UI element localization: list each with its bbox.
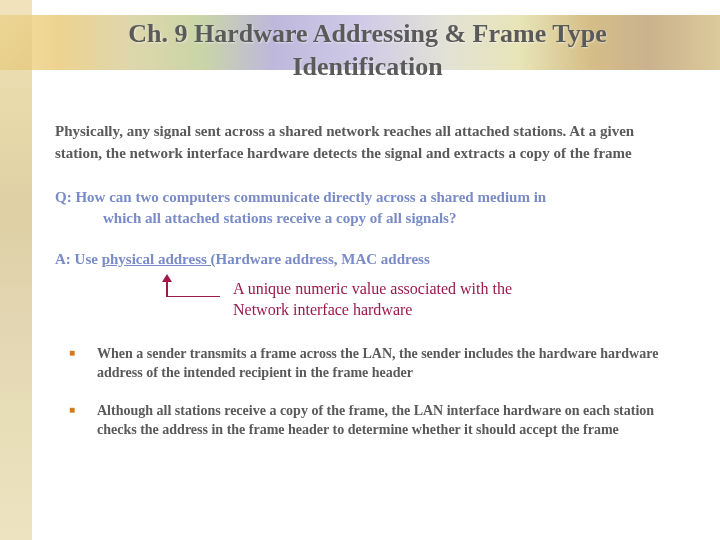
bullet-item: Although all stations receive a copy of … xyxy=(55,401,680,440)
question-line2: which all attached stations receive a co… xyxy=(55,208,680,229)
arrow-icon xyxy=(155,274,220,298)
annotation-block: A unique numeric value associated with t… xyxy=(55,272,680,322)
answer-suffix: Hardware address, MAC address xyxy=(216,251,430,267)
bullet-list: When a sender transmits a frame across t… xyxy=(55,344,680,440)
question-text: Q: How can two computers communicate dir… xyxy=(55,187,680,229)
slide-title: Ch. 9 Hardware Addressing & Frame Type I… xyxy=(55,18,680,83)
intro-paragraph: Physically, any signal sent across a sha… xyxy=(55,121,680,165)
answer-prefix: A: Use xyxy=(55,251,102,267)
question-line1: Q: How can two computers communicate dir… xyxy=(55,189,546,205)
annotation-line2: Network interface hardware xyxy=(233,301,412,318)
annotation-line1: A unique numeric value associated with t… xyxy=(233,280,512,297)
bullet-item: When a sender transmits a frame across t… xyxy=(55,344,680,383)
answer-text: A: Use physical address (Hardware addres… xyxy=(55,251,680,268)
answer-underlined: physical address ( xyxy=(102,251,216,267)
slide-content: Ch. 9 Hardware Addressing & Frame Type I… xyxy=(0,0,720,478)
